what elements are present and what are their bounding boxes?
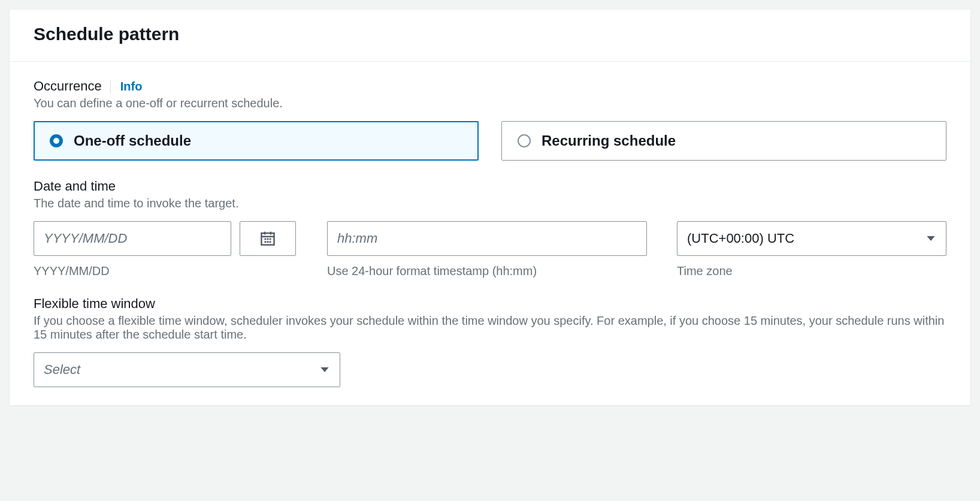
occurrence-label-row: Occurrence Info <box>34 79 946 94</box>
datetime-group: Date and time The date and time to invok… <box>34 179 946 278</box>
occurrence-label: Occurrence <box>34 79 102 94</box>
datetime-row: YYYY/MM/DD Use 24-hour format timestamp … <box>34 221 946 278</box>
date-input[interactable] <box>34 221 231 256</box>
occurrence-description: You can define a one-off or recurrent sc… <box>34 96 946 110</box>
schedule-pattern-panel: Schedule pattern Occurrence Info You can… <box>9 9 971 406</box>
datetime-description: The date and time to invoke the target. <box>34 197 946 210</box>
flex-window-group: Flexible time window If you choose a fle… <box>34 296 946 387</box>
occurrence-group: Occurrence Info You can define a one-off… <box>34 79 946 161</box>
one-off-option[interactable]: One-off schedule <box>34 121 479 161</box>
date-column: YYYY/MM/DD <box>34 221 297 278</box>
datetime-label: Date and time <box>34 179 946 194</box>
calendar-icon <box>260 231 276 246</box>
flex-window-description: If you choose a flexible time window, sc… <box>34 314 946 342</box>
flex-window-select-wrap: Select <box>34 352 340 387</box>
timezone-column: (UTC+00:00) UTC Time zone <box>677 221 946 278</box>
recurring-label: Recurring schedule <box>542 132 676 149</box>
time-column: Use 24-hour format timestamp (hh:mm) <box>327 221 647 278</box>
time-input[interactable] <box>327 221 647 256</box>
time-hint: Use 24-hour format timestamp (hh:mm) <box>327 264 647 278</box>
flex-window-select[interactable]: Select <box>34 352 340 387</box>
flex-window-label: Flexible time window <box>34 296 946 312</box>
timezone-select[interactable]: (UTC+00:00) UTC <box>677 221 946 256</box>
calendar-button[interactable] <box>240 221 296 256</box>
occurrence-info-link[interactable]: Info <box>110 80 143 93</box>
flex-window-placeholder: Select <box>44 362 80 378</box>
occurrence-options: One-off schedule Recurring schedule <box>34 121 946 161</box>
timezone-hint: Time zone <box>677 264 946 278</box>
one-off-label: One-off schedule <box>74 132 191 149</box>
panel-body: Occurrence Info You can define a one-off… <box>10 62 970 405</box>
panel-header: Schedule pattern <box>10 10 970 62</box>
radio-selected-icon <box>50 134 63 147</box>
recurring-option[interactable]: Recurring schedule <box>501 121 946 161</box>
panel-title: Schedule pattern <box>34 24 946 44</box>
timezone-select-wrap: (UTC+00:00) UTC <box>677 221 946 256</box>
radio-unselected-icon <box>518 134 531 147</box>
date-hint: YYYY/MM/DD <box>34 264 297 278</box>
timezone-value: (UTC+00:00) UTC <box>687 231 794 246</box>
date-input-wrap <box>34 221 297 256</box>
